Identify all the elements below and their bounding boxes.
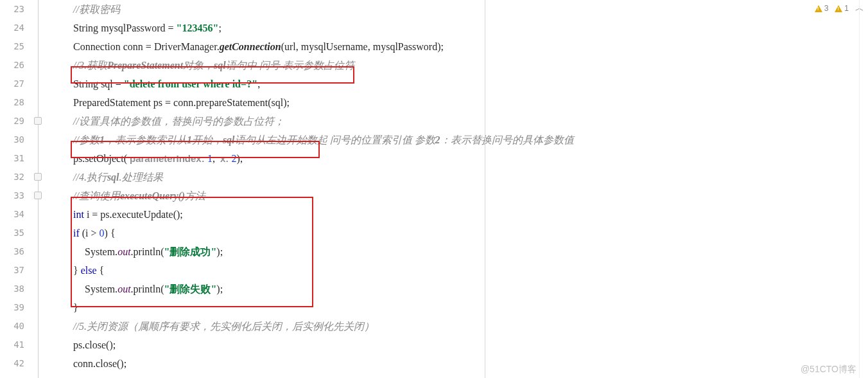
line-number: 37	[0, 261, 24, 280]
fold-column	[32, 0, 46, 378]
line-number: 23	[0, 0, 24, 19]
line-number: 42	[0, 354, 24, 373]
code-line: }	[46, 373, 868, 378]
line-number: 25	[0, 37, 24, 56]
warnings-summary[interactable]: 3 1 ︿	[815, 3, 864, 14]
line-number: 39	[0, 298, 24, 317]
line-number: 24	[0, 19, 24, 37]
code-line: //获取密码	[46, 0, 868, 19]
fold-toggle-icon[interactable]	[34, 192, 42, 199]
code-line: ps.setObject( parameterIndex: 1, x: 2);	[46, 149, 868, 168]
code-content-area[interactable]: //获取密码 String mysqlPassword = "123456"; …	[46, 0, 868, 378]
code-line: }	[46, 298, 868, 317]
line-number: 34	[0, 205, 24, 224]
code-line: String sql = "delete from user where id=…	[46, 75, 868, 93]
line-number: 35	[0, 224, 24, 242]
line-number: 36	[0, 242, 24, 261]
line-number: 31	[0, 149, 24, 168]
code-line: ps.close();	[46, 336, 868, 354]
code-line: //设置具体的参数值，替换问号的参数占位符；	[46, 112, 868, 130]
line-number: 40	[0, 317, 24, 336]
line-number: 33	[0, 186, 24, 205]
code-editor[interactable]: 23 24 25 26 27 28 29 30 31 32 33 34 35 3…	[0, 0, 868, 378]
line-number: 41	[0, 336, 24, 354]
code-line: PreparedStatement ps = conn.prepareState…	[46, 93, 868, 112]
line-number: 28	[0, 93, 24, 112]
code-line: //4.执行sql.处理结果	[46, 168, 868, 186]
code-line: System.out.println("删除成功");	[46, 242, 868, 261]
editor-right-gutter	[859, 0, 868, 378]
warning-icon	[835, 5, 842, 12]
code-line: //5.关闭资源（属顺序有要求，先实例化后关闭，后实例化先关闭）	[46, 317, 868, 336]
line-number-gutter: 23 24 25 26 27 28 29 30 31 32 33 34 35 3…	[0, 0, 32, 378]
watermark: @51CTO博客	[801, 364, 856, 375]
code-line: conn.close();	[46, 354, 868, 373]
line-number: 27	[0, 75, 24, 93]
line-number: 38	[0, 280, 24, 298]
warning-count: 3	[824, 4, 829, 13]
warning-item[interactable]: 1	[835, 4, 849, 13]
line-number: 32	[0, 168, 24, 186]
fold-toggle-icon[interactable]	[34, 173, 42, 181]
warning-count: 1	[844, 4, 849, 13]
line-number: 26	[0, 56, 24, 75]
line-number: 29	[0, 112, 24, 130]
code-line: String mysqlPassword = "123456";	[46, 19, 868, 37]
code-line: //3.获取PrepareStatement对象，sql语句中 问号 表示参数占…	[46, 56, 868, 75]
code-line: Connection conn = DriverManager.getConne…	[46, 37, 868, 56]
code-line: //查询使用executeQuery()方法	[46, 186, 868, 205]
code-line: System.out.println("删除失败");	[46, 280, 868, 298]
code-line: } else {	[46, 261, 868, 280]
code-line: //参数1，表示参数索引从1开始，sql语句从左边开始数起 问号的位置索引值 参…	[46, 130, 868, 149]
line-number: 30	[0, 130, 24, 149]
warning-item[interactable]: 3	[815, 4, 829, 13]
warning-icon	[815, 5, 822, 12]
fold-toggle-icon[interactable]	[34, 117, 42, 125]
code-line: if (i > 0) {	[46, 224, 868, 242]
code-line: int i = ps.executeUpdate();	[46, 205, 868, 224]
line-number: 43	[0, 373, 24, 378]
